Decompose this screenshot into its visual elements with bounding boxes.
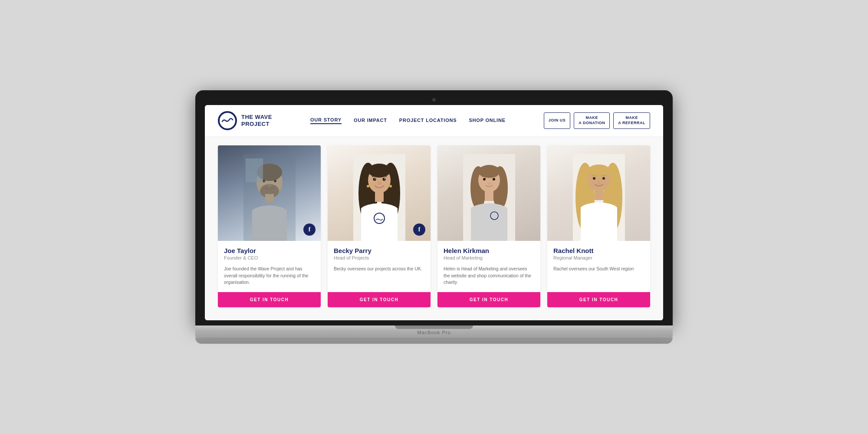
helen-role: Head of Marketing bbox=[444, 255, 534, 260]
nav-our-impact[interactable]: OUR IMPACT bbox=[354, 118, 387, 124]
helen-photo bbox=[463, 154, 515, 241]
photo-becky: f bbox=[328, 145, 431, 241]
team-card-rachel: Rachel Knott Regional Manager Rachel ove… bbox=[547, 145, 650, 307]
helen-card-body: Helen Kirkman Head of Marketing Helen is… bbox=[437, 241, 540, 292]
becky-bio: Becky oversees our projects across the U… bbox=[334, 266, 424, 273]
helen-bio: Helen is Head of Marketing and oversees … bbox=[444, 266, 534, 286]
helen-card-footer: GET IN TOUCH bbox=[437, 292, 540, 307]
laptop-camera bbox=[432, 98, 436, 102]
joe-name: Joe Taylor bbox=[224, 247, 315, 254]
svg-rect-28 bbox=[485, 190, 493, 201]
joe-photo bbox=[243, 154, 296, 241]
svg-rect-37 bbox=[595, 189, 603, 200]
svg-rect-15 bbox=[375, 191, 384, 202]
rachel-photo bbox=[573, 154, 625, 241]
becky-role: Head of Projects bbox=[334, 255, 424, 260]
logo-icon bbox=[218, 111, 237, 130]
joe-facebook-badge[interactable]: f bbox=[303, 224, 316, 236]
svg-point-40 bbox=[597, 181, 601, 184]
becky-card-footer: GET IN TOUCH bbox=[328, 292, 431, 307]
svg-point-16 bbox=[373, 178, 376, 181]
team-card-joe: f Joe Taylor Founder & CEO Joe founded t… bbox=[218, 145, 321, 307]
svg-rect-8 bbox=[246, 158, 263, 182]
becky-get-in-touch-button[interactable]: GET IN TOUCH bbox=[328, 292, 431, 307]
photo-helen bbox=[437, 145, 540, 241]
helen-get-in-touch-button[interactable]: GET IN TOUCH bbox=[437, 292, 540, 307]
joe-bio: Joe founded the Wave Project and has ove… bbox=[224, 266, 315, 286]
join-us-button[interactable]: JOIN US bbox=[544, 112, 571, 128]
joe-role: Founder & CEO bbox=[224, 255, 315, 260]
svg-point-26 bbox=[478, 165, 500, 178]
laptop-stand bbox=[195, 338, 673, 344]
laptop-base-notch bbox=[395, 326, 473, 329]
photo-rachel bbox=[547, 145, 650, 241]
becky-facebook-badge[interactable]: f bbox=[413, 224, 425, 236]
make-referral-button[interactable]: MAKEA REFERRAL bbox=[613, 112, 650, 128]
nav-project-locations[interactable]: PROJECT LOCATIONS bbox=[399, 118, 457, 124]
svg-point-36 bbox=[588, 164, 610, 177]
logo-area: THE WAVE PROJECT bbox=[218, 111, 272, 130]
svg-point-21 bbox=[389, 185, 392, 187]
joe-get-in-touch-button[interactable]: GET IN TOUCH bbox=[218, 292, 321, 307]
rachel-card-footer: GET IN TOUCH bbox=[547, 292, 650, 307]
svg-point-13 bbox=[368, 164, 391, 178]
header-buttons: JOIN US MAKEA DONATION MAKEA REFERRAL bbox=[544, 112, 650, 128]
team-card-becky: f Becky Parry Head of Projects Becky ove… bbox=[328, 145, 431, 307]
joe-card-body: Joe Taylor Founder & CEO Joe founded the… bbox=[218, 241, 321, 292]
photo-joe: f bbox=[218, 145, 321, 241]
svg-point-17 bbox=[382, 178, 385, 181]
site-main: f Joe Taylor Founder & CEO Joe founded t… bbox=[205, 137, 663, 320]
svg-point-39 bbox=[602, 177, 605, 180]
svg-point-0 bbox=[219, 112, 236, 129]
svg-point-18 bbox=[375, 178, 375, 179]
becky-name: Becky Parry bbox=[334, 247, 424, 254]
helen-name: Helen Kirkman bbox=[444, 247, 534, 254]
becky-photo bbox=[353, 154, 405, 241]
svg-point-20 bbox=[367, 185, 369, 187]
laptop-base: MacBook Pro bbox=[195, 326, 673, 338]
make-donation-button[interactable]: MAKEA DONATION bbox=[574, 112, 610, 128]
rachel-get-in-touch-button[interactable]: GET IN TOUCH bbox=[547, 292, 650, 307]
team-card-helen: Helen Kirkman Head of Marketing Helen is… bbox=[437, 145, 540, 307]
svg-point-29 bbox=[483, 178, 486, 181]
nav-shop-online[interactable]: SHOP ONLINE bbox=[469, 118, 505, 124]
nav-our-story[interactable]: OUR STORY bbox=[310, 117, 342, 124]
logo-text: THE WAVE PROJECT bbox=[241, 114, 272, 127]
svg-point-38 bbox=[593, 177, 595, 180]
laptop-screen: THE WAVE PROJECT OUR STORY OUR IMPACT PR… bbox=[205, 105, 663, 320]
rachel-bio: Rachel oversees our South West region bbox=[553, 266, 644, 273]
site-header: THE WAVE PROJECT OUR STORY OUR IMPACT PR… bbox=[205, 105, 663, 137]
rachel-card-body: Rachel Knott Regional Manager Rachel ove… bbox=[547, 241, 650, 292]
rachel-name: Rachel Knott bbox=[553, 247, 644, 254]
rachel-role: Regional Manager bbox=[553, 255, 644, 260]
main-nav: OUR STORY OUR IMPACT PROJECT LOCATIONS S… bbox=[310, 117, 506, 124]
team-grid: f Joe Taylor Founder & CEO Joe founded t… bbox=[218, 145, 650, 307]
macbook-label: MacBook Pro bbox=[417, 330, 450, 335]
svg-point-19 bbox=[384, 178, 385, 179]
svg-point-31 bbox=[487, 182, 491, 185]
laptop-screen-bezel: THE WAVE PROJECT OUR STORY OUR IMPACT PR… bbox=[195, 90, 673, 326]
svg-point-30 bbox=[493, 178, 495, 181]
laptop-wrapper: THE WAVE PROJECT OUR STORY OUR IMPACT PR… bbox=[195, 90, 673, 344]
becky-card-body: Becky Parry Head of Projects Becky overs… bbox=[328, 241, 431, 292]
joe-card-footer: GET IN TOUCH bbox=[218, 292, 321, 307]
